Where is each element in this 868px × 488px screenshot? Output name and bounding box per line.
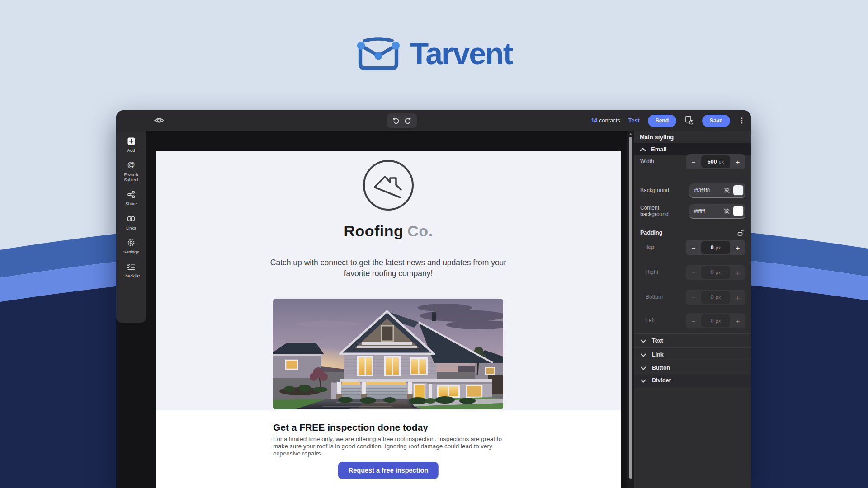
width-row: Width − 600 px + — [634, 154, 751, 170]
save-template-sync-icon[interactable] — [684, 115, 694, 127]
sidebar-item-from-subject[interactable]: @ From & Subject — [117, 160, 146, 182]
roof-circle-logo[interactable] — [363, 160, 414, 211]
more-options-kebab-icon[interactable]: ⋮ — [738, 117, 745, 124]
plus-square-icon — [127, 136, 135, 145]
save-button[interactable]: Save — [702, 115, 730, 127]
padding-top-stepper: − 0 px + — [686, 240, 745, 255]
padding-bottom-row: Bottom − 0 px + — [634, 289, 751, 305]
links-icon — [127, 214, 136, 223]
gear-icon — [127, 238, 135, 247]
padding-right-stepper: − 0 px + — [686, 265, 745, 280]
width-value[interactable]: 600 — [708, 159, 717, 165]
padding-right-increment-button[interactable]: + — [730, 265, 745, 280]
background-hex-value: #f3f4f8 — [694, 188, 723, 193]
house-photo[interactable] — [273, 299, 503, 409]
brand-header: Tarvent — [0, 34, 868, 72]
undo-icon[interactable] — [392, 117, 400, 124]
left-sidebar: Add @ From & Subject Share — [116, 131, 146, 323]
padding-right-row: Right − 0 px + — [634, 264, 751, 281]
padding-top-decrement-button[interactable]: − — [686, 240, 701, 255]
canvas-scrollbar[interactable]: ▲ — [627, 131, 634, 488]
history-group — [387, 113, 417, 128]
chevron-down-icon — [641, 376, 646, 385]
background-row: Background #f3f4f8 — [634, 183, 751, 199]
email-section-heading[interactable]: Get a FREE inspection done today — [273, 422, 428, 433]
contacts-count: 14contacts — [591, 117, 620, 124]
text-accordion-header[interactable]: Text — [634, 333, 751, 347]
at-sign-icon: @ — [127, 160, 135, 169]
width-stepper: − 600 px + — [686, 154, 745, 169]
toolbar: 14contacts Test Send Save ⋮ — [116, 110, 751, 131]
link-accordion-header[interactable]: Link — [634, 347, 751, 361]
test-button[interactable]: Test — [628, 117, 640, 124]
chevron-up-icon — [640, 145, 646, 153]
scrollbar-thumb[interactable] — [629, 137, 632, 479]
email-canvas: RoofingCo. Catch up with connect to get … — [156, 151, 621, 488]
send-button[interactable]: Send — [648, 115, 676, 127]
padding-bottom-stepper: − 0 px + — [686, 290, 745, 305]
brand-wordmark: Tarvent — [410, 36, 513, 71]
tarvent-envelope-icon — [356, 34, 401, 72]
sidebar-item-add[interactable]: Add — [117, 136, 146, 153]
email-intro-text[interactable]: Catch up with connect to get the latest … — [262, 258, 515, 279]
sidebar-item-share[interactable]: Share — [117, 190, 146, 206]
toolbar-actions: 14contacts Test Send Save ⋮ — [591, 110, 745, 131]
width-increment-button[interactable]: + — [730, 154, 745, 169]
padding-header: Padding — [634, 226, 751, 239]
padding-top-row: Top − 0 px + — [634, 239, 751, 256]
width-decrement-button[interactable]: − — [686, 154, 701, 169]
panel-title: Main styling — [640, 134, 674, 141]
padding-top-increment-button[interactable]: + — [730, 240, 745, 255]
padding-left-stepper: − 0 px + — [686, 313, 745, 328]
chevron-down-icon — [641, 351, 646, 359]
chevron-down-icon — [641, 337, 646, 345]
content-background-color-field[interactable]: #ffffff — [689, 204, 745, 219]
padding-left-row: Left − 0 px + — [634, 313, 751, 329]
eyedropper-off-icon[interactable] — [723, 187, 730, 194]
padding-left-increment-button[interactable]: + — [730, 313, 745, 328]
email-builder-window: 14contacts Test Send Save ⋮ Add @ From & — [116, 110, 751, 488]
eyedropper-off-icon[interactable] — [723, 208, 730, 215]
divider-accordion-header[interactable]: Divider — [634, 374, 751, 387]
chevron-down-icon — [641, 364, 646, 372]
sidebar-item-checklist[interactable]: Checklist — [117, 262, 146, 278]
padding-bottom-decrement-button[interactable]: − — [686, 290, 701, 305]
redo-icon[interactable] — [404, 117, 411, 124]
button-accordion-header[interactable]: Button — [634, 361, 751, 374]
scroll-up-arrow-icon[interactable]: ▲ — [627, 132, 634, 135]
padding-unlock-icon[interactable] — [737, 229, 745, 236]
preview-eye-icon[interactable] — [154, 117, 165, 125]
padding-bottom-increment-button[interactable]: + — [730, 290, 745, 305]
share-icon — [127, 190, 135, 199]
request-inspection-button[interactable]: Request a free inspection — [338, 462, 439, 479]
content-background-color-swatch[interactable] — [733, 206, 744, 216]
background-color-field[interactable]: #f3f4f8 — [689, 183, 745, 198]
background-color-swatch[interactable] — [733, 185, 744, 196]
email-section-body[interactable]: For a limited time only, we are offering… — [273, 436, 507, 457]
styling-panel: Main styling Email Width − 600 px + Back… — [634, 131, 751, 488]
email-brand-title[interactable]: RoofingCo. — [156, 222, 621, 240]
padding-right-decrement-button[interactable]: − — [686, 265, 701, 280]
content-background-hex-value: #ffffff — [694, 208, 723, 214]
sidebar-item-settings[interactable]: Settings — [117, 238, 146, 254]
padding-left-decrement-button[interactable]: − — [686, 313, 701, 328]
checklist-icon — [127, 262, 135, 271]
sidebar-item-links[interactable]: Links — [117, 214, 146, 230]
content-background-row: Content background #ffffff — [634, 202, 751, 221]
